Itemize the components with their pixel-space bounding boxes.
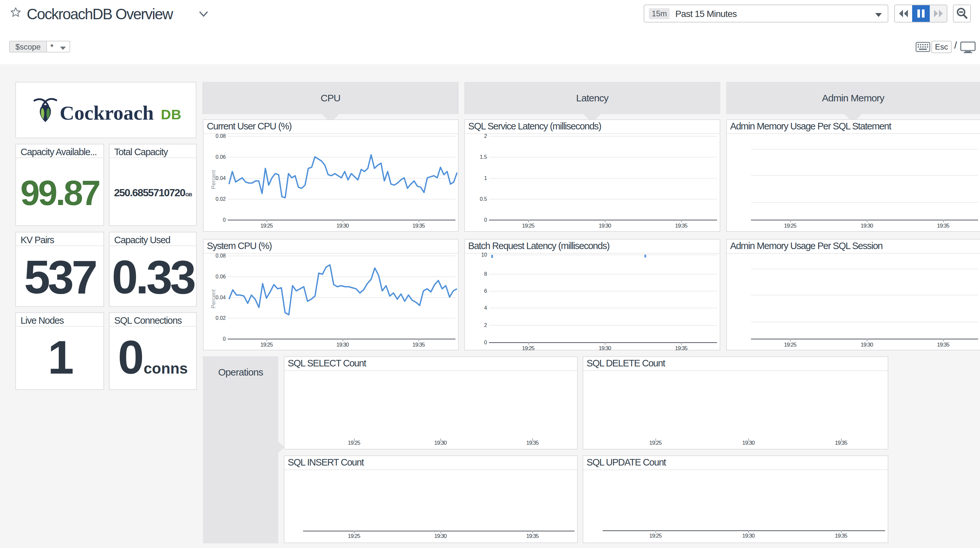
svg-text:Cockroach: Cockroach [60, 102, 154, 124]
svg-text:DB: DB [161, 106, 181, 122]
